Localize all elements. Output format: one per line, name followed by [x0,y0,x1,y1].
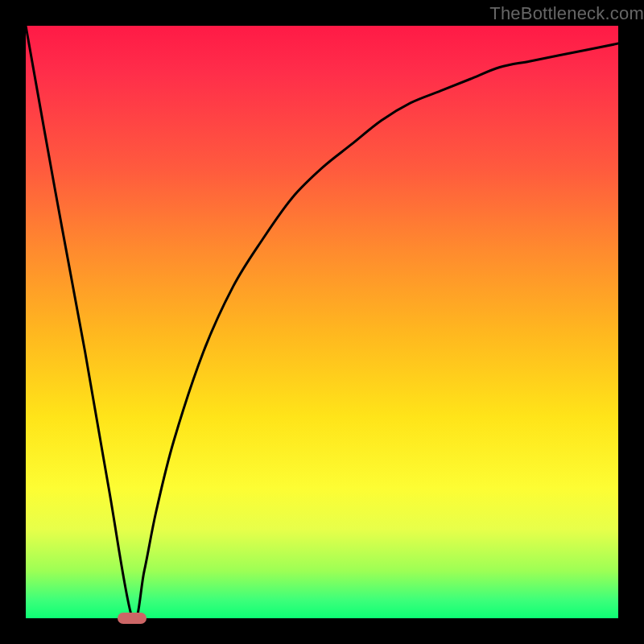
watermark-text: TheBottleneck.com [489,3,644,24]
plot-area [26,26,618,618]
min-marker [118,613,147,624]
bottleneck-curve [26,26,618,618]
chart-frame: TheBottleneck.com [0,0,644,644]
